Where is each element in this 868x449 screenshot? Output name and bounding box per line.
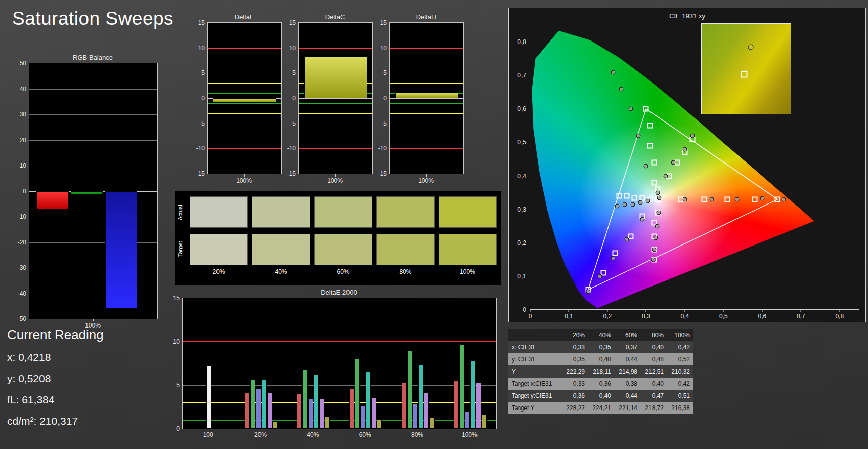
swatch-comparison-panel[interactable]: Actual Target 20%40%60%80%100%	[175, 191, 501, 285]
table-corner-cell	[508, 329, 562, 341]
deltaE-group-label: 40%	[307, 431, 319, 438]
cie-measured-point	[657, 195, 661, 200]
table-cell: 221,14	[615, 402, 641, 414]
table-column-header: 20%	[562, 329, 588, 341]
target-swatch-80%	[376, 234, 435, 265]
results-table: 20%40%60%80%100%x: CIE310,330,350,370,40…	[508, 329, 693, 414]
rgb-y-tick-label: -20	[18, 239, 26, 246]
table-cell: 0,44	[615, 353, 641, 365]
deltaL-limit-line	[208, 48, 281, 49]
table-cell: 0,42	[667, 378, 693, 390]
deltaH-plot[interactable]: 151050-5-10-15	[389, 22, 464, 174]
deltaH-y-tick-label: 15	[380, 19, 387, 26]
cie-y-tick-label: 0,5	[517, 139, 526, 146]
table-row: Y222,29218,11214,98212,51210,32	[508, 365, 693, 378]
cie-chart-panel[interactable]: CIE 1931 xy 00,10,20,30,40,50,60,70,80,8…	[508, 8, 866, 322]
deltaE-bar-yellow	[273, 421, 278, 429]
table-cell: 0,47	[641, 390, 667, 402]
table-cell: 0,38	[615, 378, 641, 390]
deltaE-y-tick-label: 10	[173, 338, 180, 345]
actual-swatch-40%	[252, 196, 310, 228]
deltaE-group-label: 100%	[462, 431, 478, 438]
deltaC-plot[interactable]: 151050-5-10-15	[298, 22, 373, 174]
table-cell: 0,40	[641, 341, 667, 353]
table-cell: 0,44	[615, 390, 641, 402]
inset-measured-point	[748, 45, 753, 50]
cie-measured-point	[623, 202, 627, 207]
rgb-gridline	[29, 242, 157, 243]
deltaH-limit-line	[390, 148, 463, 149]
cie-title: CIE 1931 xy	[509, 12, 865, 20]
deltaC-limit-line	[299, 148, 372, 149]
deltaC-y-tick-label: 15	[289, 19, 296, 26]
deltaE-bar-blue	[360, 406, 365, 429]
cie-x-tick-label: 0,3	[642, 313, 650, 320]
deltaL-y-tick-label: 0	[201, 95, 205, 102]
cie-measured-point	[710, 197, 714, 201]
deltaE2000-title: DeltaE 2000	[182, 289, 496, 296]
deltaL-title: DeltaL	[207, 13, 281, 21]
deltaE-bar-magenta	[319, 398, 324, 429]
deltaL-limit-line	[208, 148, 281, 149]
deltaE-bar-magenta	[424, 393, 429, 429]
cie-y-tick-label: 0,8	[517, 38, 526, 46]
inset-target-point	[741, 71, 748, 77]
rgb-bar-red	[36, 191, 69, 209]
deltaH-limit-line	[390, 48, 463, 49]
deltaE-bar-white	[206, 366, 211, 429]
rgb-balance-title: RGB Balance	[29, 54, 157, 61]
table-header-row: 20%40%60%80%100%	[508, 329, 693, 341]
table-column-header: 100%	[667, 329, 693, 341]
deltaE2000-x-labels: 10020%40%60%80%100%	[182, 431, 496, 440]
rgb-gridline	[29, 140, 157, 141]
actual-row-label: Actual	[177, 197, 185, 228]
deltaC-title: DeltaC	[298, 13, 372, 21]
rgb-balance-plot[interactable]: 50403020100-10-20-30-40-50	[29, 63, 158, 319]
cie-x-tick-label: 0,5	[719, 313, 728, 320]
table-cell: 0,37	[615, 341, 641, 353]
rgb-y-tick-label: -10	[18, 213, 26, 220]
deltaC-limit-line	[299, 103, 372, 104]
deltaE-bar-cyan	[262, 379, 267, 429]
deltaL-y-tick-label: 5	[201, 69, 205, 76]
deltaE-bar-green	[302, 370, 308, 429]
cie-measured-point	[656, 211, 661, 215]
table-column-header: 80%	[641, 329, 667, 341]
target-swatch-20%	[190, 234, 248, 265]
table-cell: 216,38	[667, 402, 693, 414]
table-column-header: 40%	[588, 329, 615, 341]
table-cell: 224,21	[588, 402, 615, 414]
deltaE-bar-green	[459, 344, 464, 429]
deltaE2000-plot[interactable]: 151050	[182, 298, 497, 429]
cie-x-tick-mark	[569, 310, 569, 312]
table-row: Target x:CIE310,330,360,380,400,42	[508, 378, 693, 390]
table-row-label: y: CIE31	[508, 353, 562, 365]
cie-x-tick-label: 0	[529, 313, 532, 320]
deltaE-bar-yellow	[482, 414, 487, 429]
deltaE-group-label: 60%	[359, 431, 371, 438]
cie-target-point	[775, 196, 780, 202]
deltaL-limit-line	[208, 103, 281, 104]
deltaH-y-tick-label: -10	[378, 145, 387, 152]
cie-x-tick-mark	[801, 310, 801, 312]
cie-x-tick-label: 0,1	[565, 313, 573, 320]
current-reading-heading: Current Reading	[7, 327, 104, 343]
actual-swatch-100%	[439, 196, 497, 228]
swatch-column-label: 20%	[190, 268, 248, 275]
rgb-gridline	[29, 294, 157, 294]
deltaE-bar-green	[355, 358, 360, 429]
rgb-gridline	[29, 217, 157, 217]
cie-target-point	[632, 195, 637, 200]
deltaH-limit-line	[390, 83, 463, 84]
deltaH-x-label: 100%	[389, 177, 463, 184]
deltaH-gridline	[390, 98, 463, 99]
cie-measured-point	[611, 70, 616, 74]
cie-measured-point	[653, 235, 658, 240]
cie-measured-point	[646, 199, 650, 203]
table-row-label: Target x:CIE31	[508, 378, 562, 390]
deltaH-bar	[395, 93, 458, 98]
deltaE-bar-yellow	[325, 417, 330, 429]
deltaL-plot[interactable]: 151050-5-10-15	[207, 22, 282, 174]
cie-plot: 00,10,20,30,40,50,60,70,80,80,70,60,50,4…	[530, 25, 859, 310]
table-cell: 214,98	[615, 365, 641, 378]
